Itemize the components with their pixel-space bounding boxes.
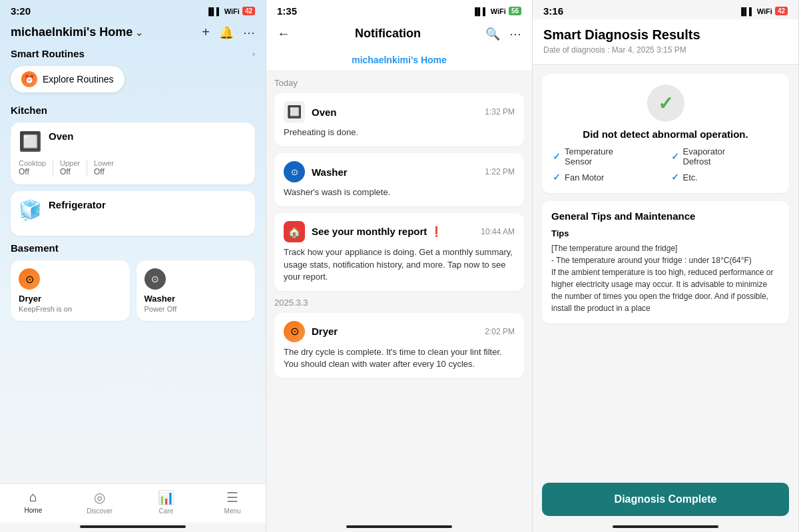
battery-badge-notif: 56: [509, 7, 521, 15]
fridge-info: Refrigerator: [49, 199, 106, 221]
discover-nav-icon: ◎: [94, 489, 105, 505]
older-date-label: 2025.3.3: [274, 298, 524, 308]
time-notif: 1:35: [277, 5, 297, 17]
check-etc-label: Etc.: [683, 172, 698, 182]
notif-header-icons: 🔍 ⋯: [485, 27, 521, 41]
check-evap-label: EvaporatorDefrost: [683, 146, 726, 166]
report-notif-name: See your monthly report ❗: [312, 226, 443, 238]
washer-name: Washer: [144, 294, 248, 304]
fridge-icon: 🧊: [19, 199, 42, 221]
notif-report-header: 🏠 See your monthly report ❗ 10:44 AM: [284, 221, 515, 242]
smart-routines-chevron-icon: ›: [252, 49, 255, 59]
diag-title: Smart Diagnosis Results: [543, 27, 788, 43]
home-name: michaelnkimi's Home: [11, 25, 133, 39]
washer-notif-message: Washer's wash is complete.: [284, 186, 515, 198]
basement-devices-grid: ⊙ Dryer KeepFresh is on ⊙ Washer Power O…: [11, 260, 255, 321]
nav-item-home[interactable]: ⌂ Home: [0, 489, 67, 515]
lower-stat: Lower Off: [94, 159, 121, 176]
today-label: Today: [274, 78, 524, 88]
menu-nav-label: Menu: [224, 507, 241, 515]
check-temp-label: TemperatureSensor: [565, 146, 613, 166]
nav-item-menu[interactable]: ☰ Menu: [199, 489, 266, 515]
notif-oven-left: 🔲 Oven: [284, 101, 337, 123]
check-temp-sensor: ✓ TemperatureSensor: [553, 146, 661, 166]
explore-routines-label: Explore Routines: [43, 74, 114, 85]
diag-date: Date of diagnosis : Mar 4, 2025 3:15 PM: [543, 45, 788, 55]
oven-card-header: 🔲 Oven: [19, 131, 247, 152]
notif-washer-header: ⊙ Washer 1:22 PM: [284, 161, 515, 182]
notif-title: Notification: [290, 27, 485, 41]
notif-card-washer[interactable]: ⊙ Washer 1:22 PM Washer's wash is comple…: [274, 153, 524, 206]
notif-dryer-header: ⊙ Dryer 2:02 PM: [284, 321, 515, 342]
section-kitchen-label: Kitchen: [11, 105, 255, 116]
nav-item-discover[interactable]: ◎ Discover: [67, 489, 133, 515]
dryer-name: Dryer: [19, 294, 122, 304]
home-header: michaelnkimi's Home ⌄ + 🔔 ⋯: [0, 19, 266, 48]
signal-icon-notif: ▐▌▌: [472, 7, 487, 15]
search-icon[interactable]: 🔍: [485, 27, 500, 41]
care-nav-label: Care: [159, 507, 174, 515]
notif-dryer-left: ⊙ Dryer: [284, 321, 338, 342]
home-nav-label: Home: [25, 507, 43, 514]
status-bar-notif: 1:35 ▐▌▌ WiFi 56: [266, 0, 532, 19]
notif-home-badge: michaelnkimi's Home: [266, 49, 532, 71]
washer-notif-icon: ⊙: [284, 161, 305, 182]
washer-device-card[interactable]: ⊙ Washer Power Off: [136, 260, 256, 321]
check-icon-temp: ✓: [553, 151, 561, 162]
diag-tips-card: General Tips and Maintenance Tips [The t…: [542, 201, 789, 324]
report-notif-icon: 🏠: [284, 221, 305, 242]
washer-icon: ⊙: [144, 268, 166, 290]
dryer-status: KeepFresh is on: [19, 305, 122, 313]
battery-badge-diag: 42: [775, 7, 788, 15]
notif-card-report[interactable]: 🏠 See your monthly report ❗ 10:44 AM Tra…: [274, 213, 524, 291]
notification-panel: 1:35 ▐▌▌ WiFi 56 ← Notification 🔍 ⋯ mich…: [266, 0, 533, 532]
more-notif-icon[interactable]: ⋯: [509, 27, 521, 41]
fridge-name: Refrigerator: [49, 199, 106, 210]
diag-tips-title: General Tips and Maintenance: [551, 210, 780, 222]
oven-name: Oven: [49, 131, 74, 142]
diag-footer: Diagnosis Complete: [542, 483, 789, 516]
home-title-row[interactable]: michaelnkimi's Home ⌄: [11, 25, 143, 39]
nav-item-care[interactable]: 📊 Care: [133, 489, 200, 515]
upper-stat: Upper Off: [60, 159, 87, 176]
home-indicator: [80, 525, 186, 528]
notif-report-left: 🏠 See your monthly report ❗: [284, 221, 443, 242]
check-etc: ✓ Etc.: [671, 172, 779, 182]
cooktop-stat: Cooktop Off: [19, 159, 53, 176]
explore-routines-button[interactable]: ⏰ Explore Routines: [11, 66, 125, 93]
dryer-icon: ⊙: [19, 268, 40, 290]
home-nav-icon: ⌂: [29, 489, 37, 505]
status-bar-home: 3:20 ▐▌▌ WiFi 42: [0, 0, 266, 19]
battery-badge-home: 42: [242, 7, 255, 15]
section-basement-label: Basement: [11, 242, 255, 254]
notif-content: Today 🔲 Oven 1:32 PM Preheating is done.…: [266, 71, 532, 523]
home-content: Smart Routines › ⏰ Explore Routines Kitc…: [0, 48, 266, 483]
bell-icon[interactable]: 🔔: [219, 25, 234, 40]
dryer-device-card[interactable]: ⊙ Dryer KeepFresh is on: [11, 260, 130, 321]
dryer-notif-icon: ⊙: [284, 321, 305, 342]
diag-no-abnormal-text: Did not detect abnormal operation.: [583, 129, 748, 140]
diagnosis-complete-button[interactable]: Diagnosis Complete: [542, 483, 789, 516]
notif-card-dryer[interactable]: ⊙ Dryer 2:02 PM The dry cycle is complet…: [274, 313, 524, 378]
oven-notif-icon: 🔲: [284, 101, 305, 123]
washer-notif-time: 1:22 PM: [485, 167, 515, 176]
more-icon[interactable]: ⋯: [243, 25, 255, 40]
oven-device-card[interactable]: 🔲 Oven Cooktop Off Upper Off Lower Off: [11, 123, 255, 184]
back-button[interactable]: ←: [277, 26, 290, 41]
add-button[interactable]: +: [202, 25, 210, 40]
check-fan-motor: ✓ Fan Motor: [553, 172, 661, 182]
discover-nav-label: Discover: [87, 507, 113, 515]
check-icon-evap: ✓: [671, 151, 679, 162]
refrigerator-device-card[interactable]: 🧊 Refrigerator: [11, 191, 255, 236]
routine-clock-icon: ⏰: [21, 71, 37, 87]
oven-notif-name: Oven: [312, 107, 337, 118]
oven-stats: Cooktop Off Upper Off Lower Off: [19, 159, 247, 176]
oven-notif-message: Preheating is done.: [284, 127, 515, 138]
status-icons-diag: ▐▌▌ WiFi 42: [738, 7, 788, 15]
diagnosis-panel: 3:16 ▐▌▌ WiFi 42 Smart Diagnosis Results…: [533, 0, 799, 532]
diag-checks-grid: ✓ TemperatureSensor ✓ EvaporatorDefrost …: [553, 146, 778, 182]
notif-washer-left: ⊙ Washer: [284, 161, 348, 182]
notif-card-oven[interactable]: 🔲 Oven 1:32 PM Preheating is done.: [274, 93, 524, 146]
checkmark-icon: ✓: [658, 93, 673, 115]
check-bubble: ✓: [647, 85, 684, 122]
